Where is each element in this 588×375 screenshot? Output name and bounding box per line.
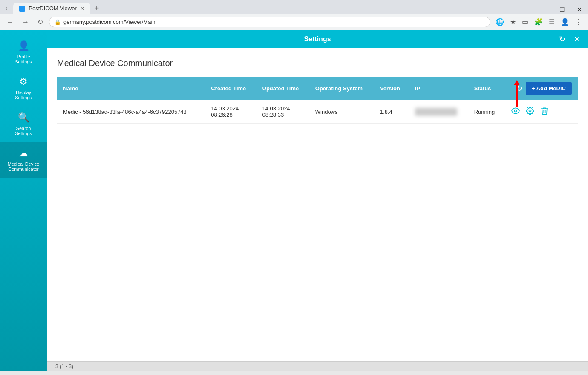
- table-header-row: Name Created Time Updated Time Operating…: [57, 77, 578, 100]
- sidebar-toggle-icon[interactable]: ☰: [547, 17, 556, 27]
- settings-title: Settings: [304, 35, 331, 43]
- bottom-bar-count: 3 (1 - 3): [55, 363, 73, 369]
- medic-table: Name Created Time Updated Time Operating…: [57, 77, 578, 124]
- profile-icon: 👤: [18, 40, 29, 52]
- col-created-time: Created Time: [205, 77, 256, 100]
- url-text: germany.postdicom.com/Viewer/Main: [63, 19, 156, 25]
- col-name: Name: [57, 77, 205, 100]
- reload-button[interactable]: ↻: [35, 17, 46, 27]
- sidebar-label-display: Display Settings: [15, 90, 32, 100]
- col-ip: IP: [409, 77, 468, 100]
- search-icon: 🔍: [18, 112, 29, 123]
- translate-icon[interactable]: 🌐: [494, 17, 506, 27]
- ip-value: 192.168.1.100: [415, 108, 457, 116]
- profile-icon[interactable]: 👤: [559, 17, 571, 27]
- sidebar-label-search: Search Settings: [15, 126, 32, 136]
- sidebar-label-profile: Profile Settings: [15, 54, 32, 64]
- star-icon[interactable]: ★: [508, 17, 518, 27]
- cell-updated-time: 14.03.2024 08:28:33: [257, 100, 309, 124]
- cell-created-time: 14.03.2024 08:26:28: [205, 100, 256, 124]
- sidebar-item-display[interactable]: ⚙ Display Settings: [0, 70, 47, 106]
- cell-version: 1.8.4: [374, 100, 409, 124]
- extensions-icon[interactable]: 🧩: [533, 17, 545, 27]
- sidebar-item-medical[interactable]: ☁ Medical Device Communicator: [0, 142, 47, 178]
- sidebar-label-medical: Medical Device Communicator: [8, 162, 40, 172]
- col-os: Operating System: [309, 77, 374, 100]
- sidebar-item-profile[interactable]: 👤 Profile Settings: [0, 35, 47, 70]
- minimize-button[interactable]: –: [538, 3, 553, 16]
- col-version: Version: [374, 77, 409, 100]
- close-button[interactable]: ✕: [571, 3, 588, 16]
- sidebar-item-search[interactable]: 🔍 Search Settings: [0, 106, 47, 142]
- display-icon: ⚙: [19, 76, 28, 87]
- sidebar: 👤 Profile Settings ⚙ Display Settings 🔍 …: [0, 30, 47, 371]
- view-button[interactable]: [510, 106, 522, 118]
- url-input-box[interactable]: 🔒 germany.postdicom.com/Viewer/Main: [49, 17, 490, 27]
- secure-icon: 🔒: [55, 19, 61, 25]
- cell-name: Medic - 56d138ad-83fa-486c-a4a4-6c379220…: [57, 100, 205, 124]
- tab-favicon: [19, 6, 25, 12]
- back-button[interactable]: ←: [4, 17, 16, 27]
- col-updated-time: Updated Time: [257, 77, 309, 100]
- address-bar: ← → ↻ 🔒 germany.postdicom.com/Viewer/Mai…: [0, 14, 588, 30]
- settings-content: Medical Device Communicator Name Created…: [47, 48, 588, 361]
- cell-ip: 192.168.1.100: [409, 100, 468, 124]
- cast-icon[interactable]: ▭: [520, 17, 530, 27]
- row-actions: [510, 106, 572, 118]
- row-settings-button[interactable]: [524, 106, 536, 118]
- tab-title: PostDICOM Viewer: [29, 5, 76, 12]
- cell-status: Running: [468, 100, 504, 124]
- header-actions: ↻ ✕: [556, 34, 583, 45]
- active-tab[interactable]: PostDICOM Viewer ✕: [13, 3, 90, 14]
- browser-actions: 🌐 ★ ▭ 🧩 ☰ 👤 ⋮: [494, 17, 584, 27]
- settings-header: Settings ↻ ✕: [47, 30, 588, 48]
- menu-icon[interactable]: ⋮: [574, 17, 584, 27]
- settings-area: Settings ↻ ✕ Medical Device Communicator…: [47, 30, 588, 371]
- arrow-head: [514, 80, 520, 85]
- cell-row-actions: [504, 100, 578, 124]
- app-wrapper: 👤 Profile Settings ⚙ Display Settings 🔍 …: [0, 30, 588, 371]
- arrow-body: [516, 85, 518, 107]
- settings-refresh-button[interactable]: ↻: [556, 34, 568, 45]
- forward-button[interactable]: →: [20, 17, 32, 27]
- page-title: Medical Device Communicator: [57, 58, 578, 68]
- svg-point-1: [529, 110, 531, 112]
- bottom-bar: 3 (1 - 3): [47, 361, 588, 371]
- maximize-button[interactable]: ☐: [553, 3, 571, 16]
- svg-point-0: [515, 110, 517, 112]
- red-arrow-annotation: [514, 80, 520, 107]
- new-tab-button[interactable]: +: [92, 4, 102, 13]
- cell-os: Windows: [309, 100, 374, 124]
- settings-close-button[interactable]: ✕: [571, 34, 583, 45]
- add-medic-button[interactable]: + Add MeDiC: [526, 82, 572, 95]
- cloud-upload-icon: ☁: [19, 148, 28, 159]
- tab-scroll-left[interactable]: ‹: [3, 4, 9, 13]
- col-status: Status: [468, 77, 504, 100]
- close-tab-button[interactable]: ✕: [80, 6, 84, 12]
- table-row: Medic - 56d138ad-83fa-486c-a4a4-6c379220…: [57, 100, 578, 124]
- delete-button[interactable]: [539, 106, 551, 118]
- tab-bar: ‹ PostDICOM Viewer ✕ +: [0, 0, 588, 14]
